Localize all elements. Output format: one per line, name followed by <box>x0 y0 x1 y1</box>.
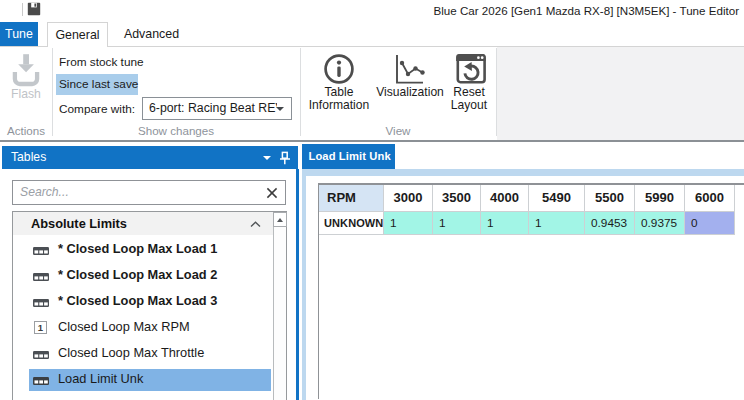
tune-app-button[interactable]: Tune <box>0 22 38 46</box>
chevron-down-icon <box>276 107 284 111</box>
chevron-down-icon[interactable] <box>263 156 271 160</box>
reset-layout-button[interactable]: Reset Layout <box>437 86 501 112</box>
group-separator <box>52 48 53 136</box>
document-accent-border <box>296 169 299 400</box>
flash-button[interactable]: Flash <box>0 87 52 101</box>
document-frame-left <box>302 176 306 400</box>
tab-general[interactable]: General <box>47 22 108 47</box>
table-icon <box>33 351 49 359</box>
tree-item-closed-loop-max-rpm[interactable]: 1 Closed Loop Max RPM <box>13 314 273 340</box>
search-input[interactable]: Search... <box>12 180 286 205</box>
since-last-save-label: Since last save <box>56 74 138 95</box>
grid-column-header[interactable]: 5500 <box>585 185 635 212</box>
document-tab-label: Load Limit Unk <box>302 144 395 170</box>
search-placeholder: Search... <box>20 181 69 204</box>
ribbon-empty-area <box>497 47 744 140</box>
tree-scrollbar[interactable] <box>273 212 286 400</box>
grid-column-header[interactable]: 5990 <box>635 185 685 212</box>
one-d-table-icon: 1 <box>34 321 47 334</box>
chevron-up-icon <box>250 221 261 228</box>
since-last-save-option[interactable]: Since last save <box>56 74 138 95</box>
save-icon[interactable] <box>27 2 41 16</box>
from-stock-tune-option[interactable]: From stock tune <box>59 55 144 69</box>
grid-row-header[interactable]: UNKNOWN <box>319 212 384 235</box>
actions-group-label: Actions <box>0 124 52 137</box>
window-title: Blue Car 2026 [Gen1 Mazda RX-8] [N3M5EK]… <box>434 4 739 17</box>
tree-item-label: Closed Loop Max Throttle <box>58 340 204 366</box>
pin-icon[interactable] <box>279 151 291 165</box>
show-changes-group-label: Show changes <box>52 124 300 137</box>
tree-item-closed-loop-max-load-1[interactable]: * Closed Loop Max Load 1 <box>13 236 273 262</box>
tables-panel-title: Tables <box>11 146 46 169</box>
close-icon[interactable] <box>266 187 278 199</box>
tree-item-closed-loop-max-load-2[interactable]: * Closed Loop Max Load 2 <box>13 262 273 288</box>
grid-cell[interactable]: 1 <box>384 212 433 235</box>
tree-item-closed-loop-max-throttle[interactable]: Closed Loop Max Throttle <box>13 340 273 366</box>
table-icon <box>33 247 49 255</box>
grid-column-header[interactable]: 6000 <box>685 185 735 212</box>
tree-category-label: Absolute Limits <box>31 212 127 235</box>
info-circle-icon[interactable] <box>323 53 355 85</box>
tree-item-load-limit-unk[interactable]: Load Limit Unk <box>13 366 273 392</box>
flash-down-arrow-icon[interactable] <box>11 53 41 87</box>
grid-column-header[interactable]: 4000 <box>481 185 529 212</box>
tree-category-absolute-limits[interactable]: Absolute Limits <box>13 212 273 235</box>
tree-item-closed-loop-max-load-3[interactable]: * Closed Loop Max Load 3 <box>13 288 273 314</box>
grid-cell[interactable]: 1 <box>481 212 529 235</box>
grid-column-header[interactable]: 3500 <box>433 185 481 212</box>
document-tab-load-limit-unk[interactable]: Load Limit Unk <box>302 144 395 170</box>
grid-cell[interactable]: 0.9453 <box>585 212 635 235</box>
document-frame-top <box>302 169 744 176</box>
tree-item-label: * Closed Loop Max Load 2 <box>58 262 217 288</box>
compare-with-dropdown[interactable]: 6-port: Racing Beat REV <box>142 97 292 120</box>
tab-advanced[interactable]: Advanced <box>109 22 194 46</box>
quick-access-separator <box>22 3 23 16</box>
ribbon-bottom-border <box>0 140 744 142</box>
grid-cell[interactable]: 0 <box>685 212 735 235</box>
scroll-up-arrow-icon[interactable] <box>273 212 287 227</box>
tree-item-label: * Closed Loop Max Load 3 <box>58 288 217 314</box>
reset-layout-label-line2: Layout <box>437 99 501 112</box>
grid-column-header[interactable]: 3000 <box>384 185 433 212</box>
grid-column-header[interactable]: 5490 <box>529 185 585 212</box>
grid-cell[interactable]: 1 <box>433 212 481 235</box>
tune-editor-window: Blue Car 2026 [Gen1 Mazda RX-8] [N3M5EK]… <box>0 0 744 400</box>
table-icon <box>33 299 49 307</box>
grid-corner-header: RPM <box>319 185 384 212</box>
compare-with-value: 6-port: Racing Beat REV <box>149 98 277 119</box>
tables-panel-header: Tables <box>2 146 298 169</box>
view-group-label: View <box>300 124 496 137</box>
compare-with-label: Compare with: <box>59 102 135 116</box>
line-chart-icon[interactable] <box>394 53 426 85</box>
tree-item-label: * Closed Loop Max Load 1 <box>58 236 217 262</box>
table-icon <box>33 273 49 281</box>
grid-cell[interactable]: 1 <box>529 212 585 235</box>
table-information-label-line2: Information <box>299 99 379 112</box>
reset-window-icon[interactable] <box>455 53 487 85</box>
table-icon <box>33 377 49 385</box>
tree-item-label: Load Limit Unk <box>58 366 143 392</box>
grid-cell[interactable]: 0.9375 <box>635 212 685 235</box>
tree-item-label: Closed Loop Max RPM <box>58 314 190 340</box>
